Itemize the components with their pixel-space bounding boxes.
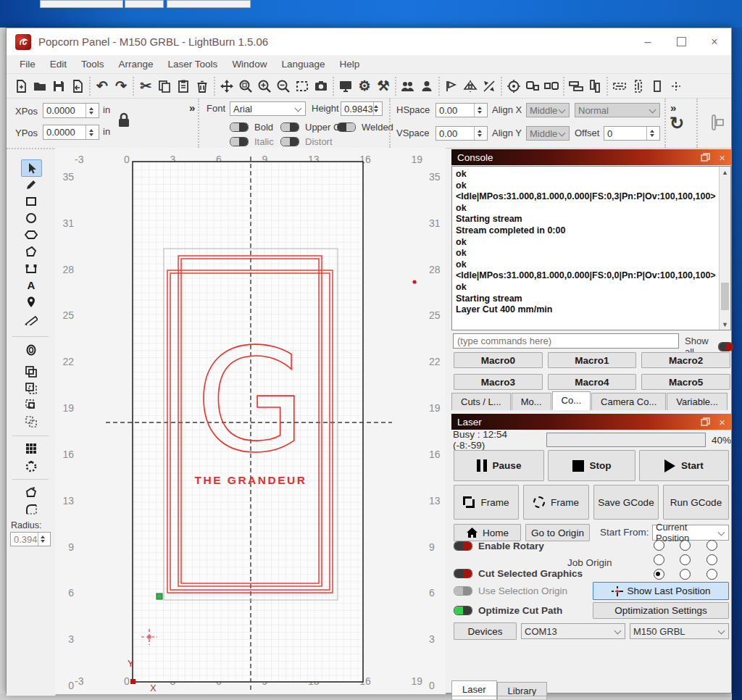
delete-icon[interactable] [193,77,212,96]
tab-library[interactable]: Library [497,682,548,699]
menu-item[interactable]: Help [332,57,367,72]
scroll-down-icon[interactable]: ▼ [720,319,730,330]
distribute-vertical-icon[interactable] [585,77,604,96]
show-last-position-button[interactable]: Show Last Position [593,582,729,600]
job-origin-radio[interactable] [680,554,691,565]
single-user-icon[interactable] [417,77,436,96]
radius-spinner[interactable] [38,533,47,546]
height-spinner[interactable] [373,102,379,115]
mirror-diagonal-icon[interactable] [480,77,499,96]
command-input[interactable] [453,333,679,349]
save-icon[interactable] [49,77,68,96]
undo-icon[interactable]: ↶ [93,77,112,96]
minimize-button[interactable]: – [631,28,664,55]
vspace-field[interactable]: 0.00 [435,126,488,141]
console-output[interactable]: okok<Idle|MPos:31.000,81.000,0.000|FS:0,… [451,166,731,330]
job-origin-radio-selected[interactable] [654,569,664,580]
redo-icon[interactable]: ↷ [112,77,130,96]
circular-array-tool[interactable] [21,459,41,475]
open-file-icon[interactable] [30,77,49,96]
height-field[interactable]: 0.9843 [341,101,383,116]
pan-icon[interactable] [217,77,236,96]
save-gcode-button[interactable]: Save GCode [593,485,659,520]
menu-item[interactable]: Laser Tools [161,57,225,72]
fillet-radius-tool[interactable] [21,501,41,517]
text-tool[interactable]: A [21,278,41,293]
position-laser-tool[interactable] [21,294,41,310]
dock-size-icon[interactable] [648,77,667,96]
boolean-union-tool[interactable] [21,364,41,380]
pause-button[interactable]: Pause [454,450,544,481]
new-file-icon[interactable] [12,77,30,96]
dock-width-icon[interactable] [610,77,629,96]
devices-button[interactable]: Devices [454,622,517,640]
start-from-dropdown[interactable]: Current Position [652,525,729,541]
device-dropdown[interactable]: M150 GRBL [630,623,729,639]
cut-icon[interactable]: ✂ [136,77,155,96]
frame-selection-icon[interactable] [293,77,312,96]
optimize-cut-path-toggle[interactable] [454,606,472,615]
camera-capture-icon[interactable] [312,77,330,96]
maximize-button[interactable] [664,28,698,55]
close-panel-icon[interactable]: × [719,152,725,163]
tab-laser[interactable]: Laser [451,680,497,699]
draw-lines-tool[interactable] [21,177,41,193]
show-all-toggle[interactable] [718,342,733,351]
bold-toggle[interactable] [230,122,249,132]
brand-text[interactable]: THE GRANDEUR [195,474,307,486]
upper-case-toggle[interactable] [280,122,299,132]
zoom-selection-icon[interactable] [236,77,255,96]
frame-circle-button[interactable]: Frame [523,485,589,520]
macro-button[interactable]: Macro4 [548,374,637,390]
hspace-field[interactable]: 0.00 [435,103,488,117]
boolean-difference-tool[interactable] [21,414,41,430]
menu-item[interactable]: Tools [74,57,112,72]
port-dropdown[interactable]: COM13 [521,623,625,639]
job-origin-radio[interactable] [654,540,664,551]
mirror-horizontal-icon[interactable] [461,77,480,96]
workspace-canvas[interactable]: -30369131619 -30369131619 35312825221916… [55,148,446,694]
dock-tab[interactable]: Camera Co... [591,393,666,410]
design-drawing[interactable]: G THE GRANDEUR Y X [55,148,446,694]
macro-button[interactable]: Macro3 [454,374,543,390]
sync-refresh-icon[interactable]: ↻ [670,114,684,132]
dock-tab[interactable]: Variable... [667,393,728,410]
close-button[interactable]: × [698,28,731,55]
zoom-out-icon[interactable] [274,77,293,96]
dock-height-icon[interactable] [629,77,648,96]
menu-item[interactable]: Arrange [112,57,161,72]
offset-field[interactable]: 0 [604,126,660,141]
rectangle-tool[interactable] [21,193,41,209]
paste-icon[interactable] [174,77,193,96]
optimization-settings-button[interactable]: Optimization Settings [593,602,729,619]
measure-tool[interactable] [21,311,41,327]
scrollbar-thumb[interactable] [721,283,729,310]
run-gcode-button[interactable]: Run GCode [663,485,729,520]
machine-tools-icon[interactable]: ⚒ [374,77,393,96]
device-settings-icon[interactable]: ⚙ [355,77,374,96]
clamp-tool-icon[interactable] [708,113,727,135]
grid-array-tool[interactable] [21,441,41,457]
job-origin-radio[interactable] [706,569,717,580]
cut-selected-toggle[interactable] [454,569,472,578]
xpos-spinner[interactable] [86,104,96,117]
offset-spinner[interactable] [646,127,656,140]
job-origin-radio[interactable] [680,569,691,580]
ungroup-icon[interactable] [542,77,561,96]
distort-toggle[interactable] [280,137,299,146]
two-point-position-icon[interactable] [667,77,685,96]
offset-shapes-tool[interactable] [21,342,41,358]
hspace-spinner[interactable] [474,104,484,117]
laser-header[interactable]: Laser × [451,414,731,430]
lock-aspect-icon[interactable] [117,112,131,132]
import-icon[interactable] [68,77,87,96]
polygon-tool[interactable] [21,227,41,243]
position-overflow-chevron[interactable]: » [189,101,195,114]
dock-tab[interactable]: Mo... [512,393,551,410]
edit-nodes-tool[interactable] [21,261,41,277]
group-icon[interactable] [523,77,542,96]
dock-tab[interactable]: Cuts / L... [451,393,511,410]
copy-icon[interactable] [155,77,174,96]
monogram-g[interactable]: G [196,318,306,483]
job-origin-radio[interactable] [654,554,664,565]
